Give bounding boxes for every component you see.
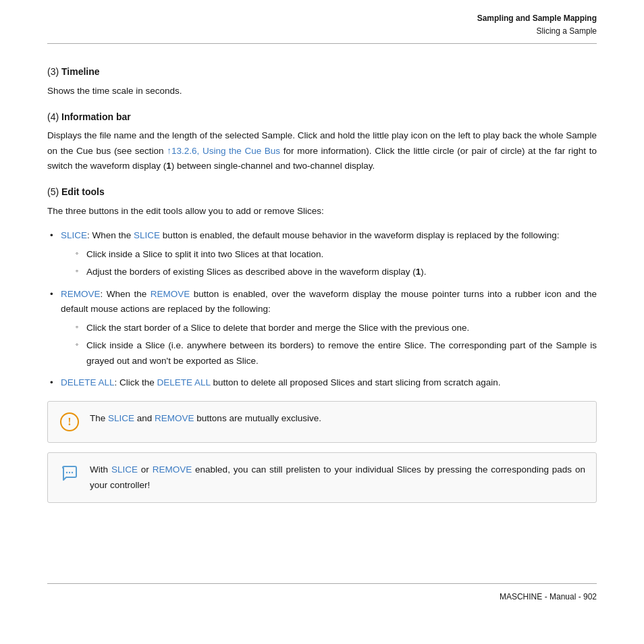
infobar-title: Information bar bbox=[61, 111, 131, 122]
page-container: Sampling and Sample Mapping Slicing a Sa… bbox=[0, 0, 644, 644]
edittools-number: (5) bbox=[47, 186, 59, 197]
edittools-heading: (5) Edit tools bbox=[47, 184, 597, 199]
section-timeline: (3) Timeline Shows the time scale in sec… bbox=[47, 64, 597, 99]
timeline-body: Shows the time scale in seconds. bbox=[47, 84, 597, 99]
warning-icon: ! bbox=[60, 412, 79, 431]
footer-text: MASCHINE - Manual - 902 bbox=[500, 591, 597, 603]
list-item-remove: REMOVE: When the REMOVE button is enable… bbox=[47, 287, 597, 369]
notice-slice-link[interactable]: SLICE bbox=[108, 413, 134, 423]
notice-remove-link[interactable]: REMOVE bbox=[155, 413, 194, 423]
info-icon bbox=[60, 464, 79, 483]
timeline-heading: (3) Timeline bbox=[47, 64, 597, 79]
page-footer: MASCHINE - Manual - 902 bbox=[47, 583, 597, 603]
header-title: Sampling and Sample Mapping bbox=[47, 12, 597, 25]
timeline-number: (3) bbox=[47, 66, 59, 77]
page-header: Sampling and Sample Mapping Slicing a Sa… bbox=[47, 0, 597, 44]
svg-point-1 bbox=[69, 472, 70, 473]
sub-item-remove-2: Click inside a Slice (i.e. anywhere betw… bbox=[74, 338, 597, 369]
header-subtitle: Slicing a Sample bbox=[47, 25, 597, 38]
content-area: (3) Timeline Shows the time scale in sec… bbox=[47, 64, 597, 583]
warning-icon-container: ! bbox=[59, 411, 80, 433]
remove-keyword[interactable]: REMOVE bbox=[61, 289, 101, 299]
edittools-title: Edit tools bbox=[61, 186, 105, 197]
slice-keyword[interactable]: SLICE bbox=[61, 230, 87, 240]
info-icon-container bbox=[59, 462, 80, 484]
waveform-ref: 1 bbox=[166, 161, 171, 171]
info-remove-link[interactable]: REMOVE bbox=[153, 464, 192, 475]
svg-point-2 bbox=[72, 472, 73, 473]
deleteall-keyword2[interactable]: DELETE ALL bbox=[157, 377, 211, 387]
info-slice-link[interactable]: SLICE bbox=[111, 464, 138, 475]
list-item-deleteall: DELETE ALL: Click the DELETE ALL button … bbox=[47, 375, 597, 390]
list-item-slice: SLICE: When the SLICE button is enabled,… bbox=[47, 228, 597, 280]
remove-keyword2[interactable]: REMOVE bbox=[151, 289, 190, 299]
deleteall-keyword[interactable]: DELETE ALL bbox=[61, 377, 115, 387]
notice-info-box: With SLICE or REMOVE enabled, you can st… bbox=[47, 452, 597, 503]
section-infobar: (4) Information bar Displays the file na… bbox=[47, 109, 597, 173]
cue-bus-link[interactable]: ↑13.2.6, Using the Cue Bus bbox=[167, 146, 280, 156]
notice-warning-box: ! The SLICE and REMOVE buttons are mutua… bbox=[47, 401, 597, 443]
remove-subbullets: Click the start border of a Slice to del… bbox=[74, 321, 597, 369]
sub-item-slice-1: Click inside a Slice to split it into tw… bbox=[74, 247, 597, 262]
slice-keyword2[interactable]: SLICE bbox=[134, 230, 160, 240]
infobar-number: (4) bbox=[47, 111, 59, 122]
slice-subbullets: Click inside a Slice to split it into tw… bbox=[74, 247, 597, 280]
sub-item-slice-2: Adjust the borders of existing Slices as… bbox=[74, 265, 597, 279]
sub-item-remove-1: Click the start border of a Slice to del… bbox=[74, 321, 597, 336]
info-notice-text: With SLICE or REMOVE enabled, you can st… bbox=[90, 462, 585, 493]
infobar-heading: (4) Information bar bbox=[47, 109, 597, 124]
edittools-intro: The three buttons in the edit tools allo… bbox=[47, 204, 597, 219]
section-edittools: (5) Edit tools The three buttons in the … bbox=[47, 184, 597, 390]
svg-point-0 bbox=[66, 472, 68, 473]
edittools-bullet-list: SLICE: When the SLICE button is enabled,… bbox=[47, 228, 597, 390]
warning-notice-text: The SLICE and REMOVE buttons are mutuall… bbox=[90, 411, 585, 426]
infobar-body: Displays the file name and the length of… bbox=[47, 128, 597, 173]
timeline-title: Timeline bbox=[61, 66, 100, 77]
